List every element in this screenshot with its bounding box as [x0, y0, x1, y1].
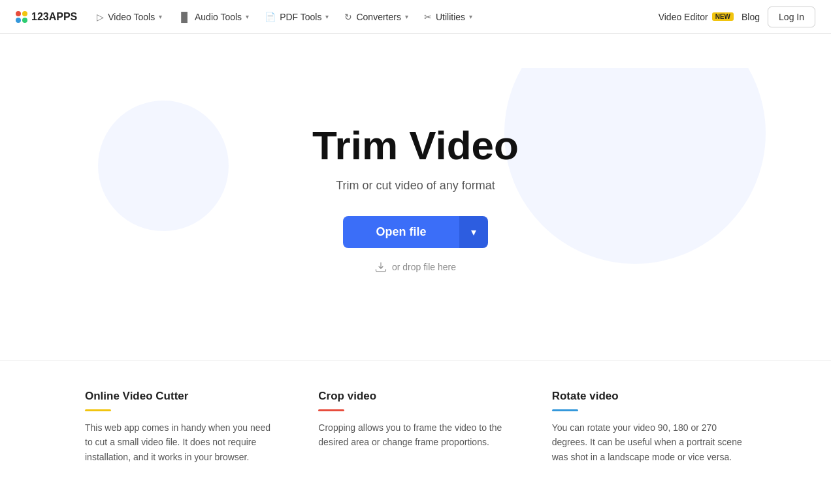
hero-section: Trim Video Trim or cut video of any form… [0, 34, 831, 360]
cards-section: Online Video Cutter This web app comes i… [0, 360, 831, 504]
drop-label: or drop file here [392, 262, 456, 272]
card-title-0: Online Video Cutter [85, 390, 279, 403]
hero-subtitle: Trim or cut video of any format [336, 179, 495, 193]
chevron-down-icon-4: ▾ [405, 13, 408, 20]
video-editor-label: Video Editor [659, 12, 708, 22]
card-text-0: This web app comes in handy when you nee… [85, 420, 279, 464]
card-title-1: Crop video [318, 390, 512, 403]
converters-icon: ↻ [344, 12, 352, 22]
nav-item-audio-tools-label: Audio Tools [195, 12, 242, 22]
card-1: Crop video Cropping allows you to frame … [299, 374, 532, 480]
video-editor-button[interactable]: Video Editor NEW [659, 12, 734, 22]
nav-item-converters[interactable]: ↻ Converters ▾ [338, 8, 414, 26]
hero-title: Trim Video [312, 122, 519, 168]
nav-items: ▷ Video Tools ▾ ▐▌ Audio Tools ▾ 📄 PDF T… [90, 8, 658, 26]
chevron-down-icon-5: ▾ [469, 13, 472, 20]
audio-tools-icon: ▐▌ [178, 12, 191, 22]
open-file-wrapper: Open file ▾ [343, 216, 487, 248]
new-badge: NEW [712, 12, 734, 21]
nav-item-video-tools[interactable]: ▷ Video Tools ▾ [90, 8, 169, 26]
open-file-dropdown-button[interactable]: ▾ [459, 216, 488, 248]
blog-link[interactable]: Blog [741, 12, 760, 22]
nav-item-utilities[interactable]: ✂ Utilities ▾ [417, 8, 479, 26]
logo-text: 123APPS [31, 11, 77, 23]
logo[interactable]: 123APPS [16, 11, 77, 23]
nav-item-pdf-tools-label: PDF Tools [280, 12, 321, 22]
nav-item-pdf-tools[interactable]: 📄 PDF Tools ▾ [258, 8, 335, 26]
chevron-down-icon-3: ▾ [325, 13, 329, 20]
drop-zone[interactable]: or drop file here [375, 261, 456, 273]
nav-item-converters-label: Converters [356, 12, 400, 22]
login-button[interactable]: Log In [768, 7, 815, 27]
logo-icon [16, 11, 27, 23]
card-text-1: Cropping allows you to frame the video t… [318, 420, 512, 450]
card-2: Rotate video You can rotate your video 9… [532, 374, 766, 480]
nav-right: Video Editor NEW Blog Log In [659, 7, 815, 27]
video-tools-icon: ▷ [97, 12, 104, 22]
pdf-tools-icon: 📄 [265, 12, 276, 22]
open-file-button[interactable]: Open file [343, 216, 459, 248]
chevron-down-icon-open: ▾ [471, 227, 476, 238]
drop-icon [375, 261, 387, 273]
navbar: 123APPS ▷ Video Tools ▾ ▐▌ Audio Tools ▾… [0, 0, 831, 34]
nav-item-video-tools-label: Video Tools [108, 12, 155, 22]
card-text-2: You can rotate your video 90, 180 or 270… [552, 420, 746, 464]
card-title-2: Rotate video [552, 390, 746, 403]
nav-item-utilities-label: Utilities [436, 12, 465, 22]
card-underline-1 [318, 409, 344, 411]
nav-item-audio-tools[interactable]: ▐▌ Audio Tools ▾ [171, 8, 255, 26]
card-underline-2 [552, 409, 578, 411]
utilities-icon: ✂ [424, 12, 432, 22]
card-0: Online Video Cutter This web app comes i… [65, 374, 299, 480]
chevron-down-icon-2: ▾ [246, 13, 249, 20]
chevron-down-icon: ▾ [159, 13, 162, 20]
card-underline-0 [85, 409, 111, 411]
